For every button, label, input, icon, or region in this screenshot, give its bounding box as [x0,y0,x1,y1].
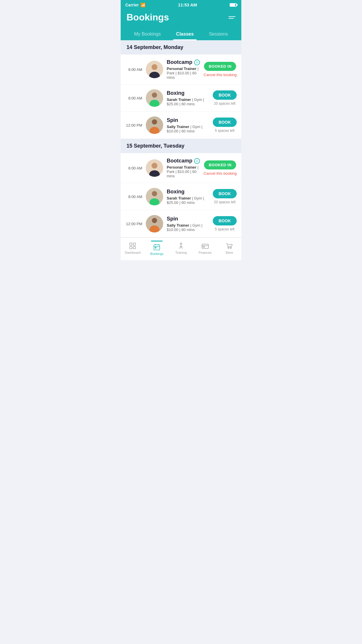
class-details: Personal Trainer | Park | $10.00 | 60 mi… [167,66,200,80]
svg-point-4 [152,92,157,98]
book-button[interactable]: BOOK [213,118,237,127]
class-action: BOOK 20 spaces left [213,90,237,106]
store-icon [226,242,233,250]
nav-label-store: Store [225,251,233,254]
class-details: Personal Trainer | Park | $10.00 | 60 mi… [167,165,200,178]
class-time: 6:00 AM [125,67,142,72]
spaces-left: 20 spaces left [214,102,236,106]
svg-rect-29 [203,246,205,247]
class-item: 8:00 AM Boxing Sarah Trainer | Gym | $25… [121,85,241,112]
nav-item-training[interactable]: Training [169,242,193,254]
cancel-booking-link[interactable]: Cancel this booking [204,171,237,176]
carrier-label: Carrier [125,3,139,7]
svg-point-10 [152,163,157,169]
nav-item-bookings[interactable]: Bookings [145,241,169,256]
svg-rect-26 [155,247,156,248]
class-name: Bootcamp [167,158,192,164]
class-name: Boxing [167,189,184,195]
svg-point-30 [228,247,229,249]
class-time: 8:00 AM [125,96,142,100]
class-action: BOOK 20 spaces left [213,189,237,204]
class-details: Sally Trainer | Gym | $10.00 | 60 mins [167,125,209,133]
avatar [146,116,163,134]
info-icon[interactable]: i [194,60,200,65]
class-item: 8:00 AM Boxing Sarah Trainer | Gym | $25… [121,183,241,210]
date-header-2: 15 September, Tuesday [121,139,241,153]
spaces-left: 20 spaces left [214,200,236,204]
tab-my-bookings[interactable]: My Bookings [131,28,164,40]
class-info: Boxing Sarah Trainer | Gym | $25.00 | 60… [167,90,209,106]
nav-label-finances: Finances [198,251,212,254]
info-icon[interactable]: i [194,158,200,164]
class-time: 8:00 AM [125,195,142,199]
tab-classes[interactable]: Classes [173,28,197,40]
class-time: 12:00 PM [125,222,142,226]
nav-item-finances[interactable]: Finances [193,242,217,254]
class-name: Spin [167,117,178,123]
class-action: BOOK 5 spaces left [213,216,237,231]
class-info: Bootcamp i Personal Trainer | Park | $10… [167,59,200,80]
class-item: 6:00 AM Bootcamp i Personal Trainer | Pa… [121,153,241,183]
svg-point-31 [230,247,231,249]
nav-item-store[interactable]: Store [217,242,241,254]
class-name: Bootcamp [167,59,192,65]
finances-icon [201,242,209,250]
class-info: Spin Sally Trainer | Gym | $10.00 | 60 m… [167,216,209,232]
class-action: BOOKED IN Cancel this booking [204,62,237,77]
nav-label-training: Training [175,251,187,254]
class-item: 12:00 PM Spin Sally Trainer | Gym | $10.… [121,210,241,237]
class-details: Sally Trainer | Gym | $10.00 | 60 mins [167,223,209,232]
book-button[interactable]: BOOK [213,216,237,225]
menu-button[interactable] [229,16,236,19]
battery-icon [230,3,237,7]
tab-sessions[interactable]: Sessions [206,28,231,40]
class-item: 6:00 AM Bootcamp i Personal Trainer | Pa… [121,55,241,85]
class-details: Sarah Trainer | Gym | $25.00 | 60 mins [167,97,209,106]
date-header-1: 14 September, Monday [121,40,241,55]
bottom-nav: Dashboard Bookings Training [121,237,241,260]
nav-label-bookings: Bookings [150,252,164,256]
nav-active-bar [151,241,163,242]
class-time: 12:00 PM [125,123,142,127]
svg-point-7 [152,119,157,125]
book-button[interactable]: BOOK [213,189,237,198]
dashboard-icon [129,242,136,250]
avatar [146,159,163,177]
status-bar: Carrier 📶 11:53 AM [121,0,241,9]
avatar [146,215,163,232]
class-item: 12:00 PM Spin Sally Trainer | Gym | $10.… [121,112,241,139]
booked-in-button[interactable]: BOOKED IN [204,62,236,71]
booked-in-button[interactable]: BOOKED IN [204,160,236,169]
main-content: 14 September, Monday 6:00 AM Bootcamp i … [121,40,241,237]
class-info: Spin Sally Trainer | Gym | $10.00 | 60 m… [167,117,209,133]
wifi-icon: 📶 [140,3,145,7]
class-info: Bootcamp i Personal Trainer | Park | $10… [167,158,200,178]
spaces-left: 5 spaces left [215,227,234,231]
date-section-2: 15 September, Tuesday 6:00 AM Bootcamp i… [121,139,241,237]
book-button[interactable]: BOOK [213,90,237,100]
svg-rect-18 [130,243,132,245]
class-info: Boxing Sarah Trainer | Gym | $25.00 | 60… [167,189,209,205]
training-icon [177,242,185,250]
nav-item-dashboard[interactable]: Dashboard [121,242,145,254]
class-action: BOOK 5 spaces left [213,118,237,133]
avatar [146,61,163,78]
svg-rect-19 [133,243,136,245]
class-time: 6:00 AM [125,166,142,170]
time-display: 11:53 AM [178,2,197,7]
svg-point-16 [152,218,157,223]
page-title: Bookings [126,12,169,23]
tabs-container: My Bookings Classes Sessions [126,28,236,40]
class-action: BOOKED IN Cancel this booking [204,160,237,176]
class-details: Sarah Trainer | Gym | $25.00 | 60 mins [167,196,209,205]
class-name: Spin [167,216,178,222]
avatar [146,188,163,205]
svg-point-13 [152,191,157,196]
class-name: Boxing [167,90,184,96]
svg-rect-22 [154,245,160,250]
svg-rect-20 [130,246,132,249]
nav-label-dashboard: Dashboard [125,251,140,254]
date-section-1: 14 September, Monday 6:00 AM Bootcamp i … [121,40,241,139]
cancel-booking-link[interactable]: Cancel this booking [204,73,237,77]
spaces-left: 5 spaces left [215,129,234,133]
